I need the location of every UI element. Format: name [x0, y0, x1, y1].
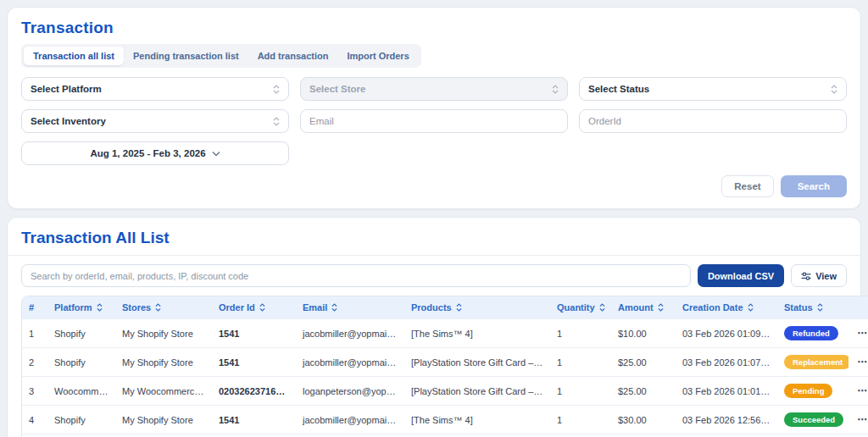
status-cell: Succeeded [777, 405, 849, 434]
sort-icon[interactable] [599, 303, 605, 312]
chevron-updown-icon [273, 117, 280, 126]
col-header-stores[interactable]: Stores [115, 296, 212, 318]
tab-add-transaction[interactable]: Add transaction [248, 47, 338, 65]
table-header-row: # Platform Stores Order Id Email Product… [22, 296, 868, 318]
col-header-creation-date[interactable]: Creation Date [676, 296, 777, 318]
table-row: 2ShopifyMy Shopify Store1541jacobmiller@… [22, 347, 868, 376]
order-id-cell: 1541 [212, 405, 296, 434]
table-search-wrap [21, 264, 691, 287]
table-row: 1ShopifyMy Shopify Store1541jacobmiller@… [22, 318, 868, 347]
platform-cell: Shopify [47, 318, 115, 347]
table-search-input[interactable] [31, 271, 682, 281]
store-select-value: Select Store [309, 84, 365, 94]
quantity-cell: 1 [550, 347, 611, 376]
email-cell: jacobmiller@yopmail.com [296, 405, 404, 434]
email-field[interactable] [309, 110, 559, 132]
status-select-value: Select Status [588, 84, 649, 94]
creation-date-cell: 03 Feb 2026 01:09:43 AM [676, 318, 777, 347]
tab-transaction-all-list[interactable]: Transaction all list [24, 47, 124, 65]
status-select[interactable]: Select Status [579, 77, 847, 101]
transaction-tabbar: Transaction all list Pending transaction… [21, 44, 421, 68]
row-index: 5 [22, 434, 47, 437]
date-range-value: Aug 1, 2025 - Feb 3, 2026 [90, 148, 205, 158]
col-header-index: # [22, 296, 47, 318]
email-cell: loganpeterson@yopmail.com [296, 376, 404, 405]
row-actions-button[interactable]: ⋯ [849, 376, 868, 405]
quantity-cell: 1 [550, 318, 611, 347]
email-cell: aidenhughes@yopmail.com [296, 434, 404, 437]
sort-icon[interactable] [331, 303, 337, 312]
sort-icon[interactable] [748, 303, 754, 312]
page-title: Transaction [21, 19, 847, 37]
row-index: 3 [22, 376, 47, 405]
col-header-amount[interactable]: Amount [611, 296, 676, 318]
row-actions-button[interactable]: ⋯ [849, 347, 868, 376]
order-id-cell: 1541 [212, 318, 296, 347]
search-button[interactable]: Search [781, 175, 847, 197]
row-index: 1 [22, 318, 47, 347]
quantity-cell: 1 [550, 376, 611, 405]
quantity-cell: 1 [550, 434, 611, 437]
sort-icon[interactable] [259, 303, 265, 312]
reset-button[interactable]: Reset [721, 175, 773, 197]
order-id-cell: 020326237160nhA3 [212, 376, 296, 405]
table-row: 5WoocommerceMy Woocommerce Shop020326567… [22, 434, 868, 437]
filter-grid: Select Platform Select Store Select Stat… [21, 77, 847, 165]
platform-select[interactable]: Select Platform [21, 77, 289, 101]
products-cell: [PlayStation Store Gift Card – $25 (US)] [404, 347, 550, 376]
platform-cell: Woocommerce [47, 434, 115, 437]
platform-cell: Woocommerce [47, 376, 115, 405]
row-actions-button[interactable]: ⋯ [849, 318, 868, 347]
col-header-email[interactable]: Email [296, 296, 404, 318]
col-header-platform[interactable]: Platform [47, 296, 115, 318]
quantity-cell: 1 [550, 405, 611, 434]
sort-icon[interactable] [817, 303, 823, 312]
chevron-down-icon [212, 151, 220, 157]
download-csv-button[interactable]: Download CSV [698, 264, 784, 287]
status-badge: Refunded [784, 326, 838, 340]
tab-import-orders[interactable]: Import Orders [337, 47, 418, 65]
sort-icon[interactable] [658, 303, 664, 312]
email-field-wrap [300, 109, 568, 133]
row-index: 2 [22, 347, 47, 376]
platform-cell: Shopify [47, 405, 115, 434]
col-header-order-id[interactable]: Order Id [212, 296, 296, 318]
sort-icon[interactable] [97, 303, 103, 312]
date-range-picker[interactable]: Aug 1, 2025 - Feb 3, 2026 [21, 141, 289, 165]
sort-icon[interactable] [456, 303, 462, 312]
store-select: Select Store [300, 77, 568, 101]
order-id-cell: 1541 [212, 347, 296, 376]
status-badge: Pending [784, 384, 832, 398]
list-toolbar: Download CSV View [21, 264, 847, 287]
chevron-updown-icon [831, 85, 837, 94]
products-cell: [PlayStation Store Gift Card – $25 (US)] [404, 434, 550, 437]
creation-date-cell: 03 Feb 2026 12:51:34 AM [676, 434, 777, 437]
amount-cell: $25.00 [611, 347, 676, 376]
chevron-updown-icon [552, 85, 559, 94]
platform-cell: Shopify [47, 347, 115, 376]
status-cell: Succeeded [777, 434, 849, 437]
tab-pending-transaction-list[interactable]: Pending transaction list [124, 47, 248, 65]
table-row: 4ShopifyMy Shopify Store1541jacobmiller@… [22, 405, 868, 434]
sort-icon[interactable] [155, 303, 161, 312]
inventory-select[interactable]: Select Inventory [21, 109, 289, 133]
products-cell: [PlayStation Store Gift Card – $25 (US)] [404, 376, 550, 405]
row-actions-button[interactable]: ⋯ [849, 405, 868, 434]
col-header-quantity[interactable]: Quantity [550, 296, 611, 318]
col-header-status[interactable]: Status [777, 296, 849, 318]
platform-select-value: Select Platform [31, 84, 102, 94]
status-cell: Pending [777, 376, 849, 405]
orderid-field[interactable] [588, 110, 837, 132]
email-cell: jacobmiller@yopmail.com [296, 318, 404, 347]
view-button-label: View [815, 271, 837, 281]
table-row: 3WoocommerceMy Woocommerce Shop020326237… [22, 376, 868, 405]
row-index: 4 [22, 405, 47, 434]
row-actions-button[interactable]: ⋯ [849, 434, 868, 437]
col-header-products[interactable]: Products [404, 296, 550, 318]
sliders-icon [801, 271, 811, 281]
products-cell: [The Sims™ 4] [404, 318, 550, 347]
amount-cell: $25.00 [611, 434, 676, 437]
filter-actions: Reset Search [21, 175, 847, 197]
divider [8, 255, 860, 256]
view-button[interactable]: View [791, 264, 847, 287]
